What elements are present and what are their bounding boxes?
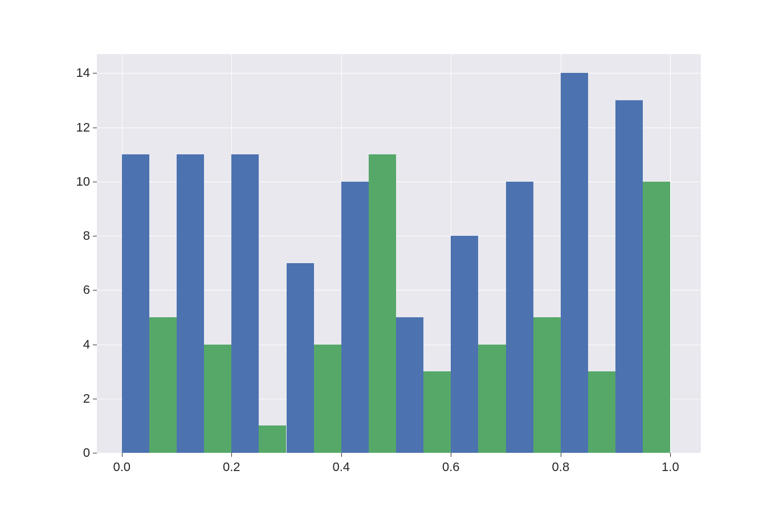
x-tick-label: 1.0 [662,460,679,474]
bar-series1 [561,73,588,453]
bar-series1 [231,154,259,453]
plot-area: 024681012140.00.20.40.60.81.0 [97,54,701,453]
bar-series2 [533,317,561,453]
y-tick-label: 2 [83,391,90,406]
x-tick-mark [231,453,232,457]
x-tick-mark [561,453,561,457]
y-tick-mark [93,345,97,345]
grid-line-h [97,128,701,128]
bar-series1 [287,263,314,453]
y-tick-label: 4 [83,337,90,352]
bar-series2 [423,371,451,453]
bar-series2 [478,345,505,453]
grid-line-v [670,54,671,453]
y-tick-label: 8 [83,228,90,243]
bar-series1 [615,100,643,453]
grid-line-h [97,73,701,73]
y-tick-mark [93,399,97,399]
y-tick-mark [93,128,97,128]
x-tick-label: 0.8 [552,460,570,474]
x-tick-label: 0.0 [113,460,130,474]
x-tick-mark [122,453,123,457]
bar-series1 [396,317,423,453]
bar-series2 [259,425,286,453]
bar-series1 [177,154,204,453]
bar-series2 [149,317,177,453]
y-tick-label: 10 [76,174,90,189]
y-tick-label: 12 [76,120,90,135]
chart-container: 024681012140.00.20.40.60.81.0 [97,54,701,453]
y-tick-label: 0 [83,445,90,460]
x-tick-label: 0.2 [223,460,240,474]
y-tick-mark [93,182,97,182]
x-tick-mark [451,453,451,457]
y-tick-label: 14 [76,66,90,80]
x-tick-label: 0.4 [332,460,350,474]
bar-series1 [451,236,478,453]
y-tick-mark [93,453,97,453]
bar-series1 [506,182,533,453]
bar-series1 [122,154,149,453]
x-tick-label: 0.6 [442,460,460,474]
y-tick-mark [93,73,97,73]
y-tick-mark [93,236,97,236]
x-tick-mark [670,453,671,457]
y-tick-label: 6 [83,283,90,297]
bar-series2 [204,345,231,453]
y-tick-mark [93,290,97,290]
bar-series1 [341,182,369,453]
bar-series2 [369,154,396,453]
bar-series2 [314,345,341,453]
bar-series2 [588,371,615,453]
bar-series2 [643,182,670,453]
x-tick-mark [341,453,342,457]
grid-line-h [97,453,701,453]
